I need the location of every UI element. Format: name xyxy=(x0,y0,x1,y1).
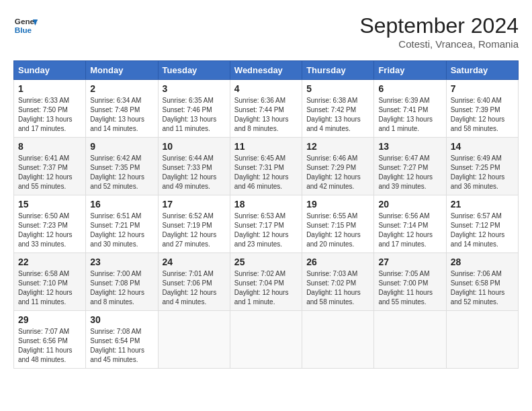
calendar-week-row: 15Sunrise: 6:50 AMSunset: 7:23 PMDayligh… xyxy=(14,195,519,253)
day-number: 15 xyxy=(18,199,81,210)
day-info: Sunrise: 6:56 AMSunset: 7:14 PMDaylight:… xyxy=(378,212,441,249)
day-info: Sunrise: 7:06 AMSunset: 6:58 PMDaylight:… xyxy=(451,269,514,307)
day-info: Sunrise: 6:46 AMSunset: 7:29 PMDaylight:… xyxy=(306,154,369,191)
day-info: Sunrise: 7:01 AMSunset: 7:06 PMDaylight:… xyxy=(163,269,226,307)
header-day: Saturday xyxy=(446,61,518,80)
day-number: 25 xyxy=(234,257,298,267)
day-number: 14 xyxy=(451,141,514,152)
calendar-cell: 1Sunrise: 6:33 AMSunset: 7:50 PMDaylight… xyxy=(14,80,86,138)
day-info: Sunrise: 6:49 AMSunset: 7:25 PMDaylight:… xyxy=(451,154,514,191)
day-number: 12 xyxy=(306,141,369,152)
day-info: Sunrise: 6:50 AMSunset: 7:23 PMDaylight:… xyxy=(18,212,81,249)
logo-icon: General Blue xyxy=(13,13,38,38)
day-number: 30 xyxy=(90,314,153,325)
calendar-cell: 7Sunrise: 6:40 AMSunset: 7:39 PMDaylight… xyxy=(446,80,518,138)
day-info: Sunrise: 6:36 AMSunset: 7:44 PMDaylight:… xyxy=(234,96,298,134)
day-info: Sunrise: 7:03 AMSunset: 7:02 PMDaylight:… xyxy=(306,269,369,307)
header-day: Thursday xyxy=(302,61,374,80)
calendar-week-row: 22Sunrise: 6:58 AMSunset: 7:10 PMDayligh… xyxy=(14,253,519,311)
svg-text:Blue: Blue xyxy=(15,26,32,34)
day-info: Sunrise: 7:05 AMSunset: 7:00 PMDaylight:… xyxy=(378,269,441,307)
calendar-cell: 27Sunrise: 7:05 AMSunset: 7:00 PMDayligh… xyxy=(374,253,446,311)
page-header: General Blue September 2024 Cotesti, Vra… xyxy=(13,13,519,50)
header-day: Monday xyxy=(86,61,158,80)
day-info: Sunrise: 7:08 AMSunset: 6:54 PMDaylight:… xyxy=(90,327,153,365)
calendar-cell: 10Sunrise: 6:44 AMSunset: 7:33 PMDayligh… xyxy=(158,138,230,195)
calendar-cell: 26Sunrise: 7:03 AMSunset: 7:02 PMDayligh… xyxy=(302,253,374,311)
calendar-cell: 28Sunrise: 7:06 AMSunset: 6:58 PMDayligh… xyxy=(446,253,518,311)
calendar-cell xyxy=(374,311,446,369)
header-day: Sunday xyxy=(14,61,86,80)
calendar-cell: 3Sunrise: 6:35 AMSunset: 7:46 PMDaylight… xyxy=(158,80,230,138)
calendar-cell: 15Sunrise: 6:50 AMSunset: 7:23 PMDayligh… xyxy=(14,195,86,253)
calendar-cell: 30Sunrise: 7:08 AMSunset: 6:54 PMDayligh… xyxy=(86,311,158,369)
day-info: Sunrise: 7:00 AMSunset: 7:08 PMDaylight:… xyxy=(90,269,153,307)
day-number: 29 xyxy=(18,314,81,325)
calendar-cell: 13Sunrise: 6:47 AMSunset: 7:27 PMDayligh… xyxy=(374,138,446,195)
calendar-cell: 11Sunrise: 6:45 AMSunset: 7:31 PMDayligh… xyxy=(230,138,302,195)
day-number: 27 xyxy=(378,257,441,267)
header-day: Wednesday xyxy=(230,61,302,80)
day-number: 19 xyxy=(306,199,369,210)
calendar-cell xyxy=(302,311,374,369)
calendar-cell: 17Sunrise: 6:52 AMSunset: 7:19 PMDayligh… xyxy=(158,195,230,253)
calendar-cell: 9Sunrise: 6:42 AMSunset: 7:35 PMDaylight… xyxy=(86,138,158,195)
calendar-cell: 24Sunrise: 7:01 AMSunset: 7:06 PMDayligh… xyxy=(158,253,230,311)
header-day: Tuesday xyxy=(158,61,230,80)
calendar-cell: 16Sunrise: 6:51 AMSunset: 7:21 PMDayligh… xyxy=(86,195,158,253)
title-block: September 2024 Cotesti, Vrancea, Romania xyxy=(359,13,519,50)
day-info: Sunrise: 6:35 AMSunset: 7:46 PMDaylight:… xyxy=(163,96,226,134)
calendar-cell: 22Sunrise: 6:58 AMSunset: 7:10 PMDayligh… xyxy=(14,253,86,311)
day-number: 24 xyxy=(163,257,226,267)
calendar-cell: 21Sunrise: 6:57 AMSunset: 7:12 PMDayligh… xyxy=(446,195,518,253)
day-number: 1 xyxy=(18,83,81,94)
day-number: 3 xyxy=(163,83,226,94)
day-number: 23 xyxy=(90,257,153,267)
calendar-week-row: 8Sunrise: 6:41 AMSunset: 7:37 PMDaylight… xyxy=(14,138,519,195)
calendar-cell: 20Sunrise: 6:56 AMSunset: 7:14 PMDayligh… xyxy=(374,195,446,253)
month-year: September 2024 xyxy=(359,13,519,38)
day-number: 20 xyxy=(378,199,441,210)
header-row: SundayMondayTuesdayWednesdayThursdayFrid… xyxy=(14,61,519,80)
day-info: Sunrise: 6:45 AMSunset: 7:31 PMDaylight:… xyxy=(234,154,298,191)
calendar-week-row: 29Sunrise: 7:07 AMSunset: 6:56 PMDayligh… xyxy=(14,311,519,369)
day-number: 4 xyxy=(234,83,298,94)
day-info: Sunrise: 6:51 AMSunset: 7:21 PMDaylight:… xyxy=(90,212,153,249)
day-info: Sunrise: 6:41 AMSunset: 7:37 PMDaylight:… xyxy=(18,154,81,191)
day-info: Sunrise: 6:38 AMSunset: 7:42 PMDaylight:… xyxy=(306,96,369,134)
day-number: 13 xyxy=(378,141,441,152)
day-number: 5 xyxy=(306,83,369,94)
day-number: 11 xyxy=(234,141,298,152)
calendar-table: SundayMondayTuesdayWednesdayThursdayFrid… xyxy=(13,60,519,369)
calendar-cell: 14Sunrise: 6:49 AMSunset: 7:25 PMDayligh… xyxy=(446,138,518,195)
day-info: Sunrise: 6:42 AMSunset: 7:35 PMDaylight:… xyxy=(90,154,153,191)
day-number: 10 xyxy=(163,141,226,152)
day-info: Sunrise: 6:44 AMSunset: 7:33 PMDaylight:… xyxy=(163,154,226,191)
day-number: 7 xyxy=(451,83,514,94)
day-info: Sunrise: 6:39 AMSunset: 7:41 PMDaylight:… xyxy=(378,96,441,134)
calendar-cell xyxy=(230,311,302,369)
day-number: 17 xyxy=(163,199,226,210)
day-number: 22 xyxy=(18,257,81,267)
calendar-cell xyxy=(158,311,230,369)
day-info: Sunrise: 6:53 AMSunset: 7:17 PMDaylight:… xyxy=(234,212,298,249)
day-info: Sunrise: 6:47 AMSunset: 7:27 PMDaylight:… xyxy=(378,154,441,191)
calendar-cell: 19Sunrise: 6:55 AMSunset: 7:15 PMDayligh… xyxy=(302,195,374,253)
day-info: Sunrise: 6:33 AMSunset: 7:50 PMDaylight:… xyxy=(18,96,81,134)
calendar-cell: 5Sunrise: 6:38 AMSunset: 7:42 PMDaylight… xyxy=(302,80,374,138)
day-number: 9 xyxy=(90,141,153,152)
day-info: Sunrise: 6:52 AMSunset: 7:19 PMDaylight:… xyxy=(163,212,226,249)
day-info: Sunrise: 7:07 AMSunset: 6:56 PMDaylight:… xyxy=(18,327,81,365)
day-info: Sunrise: 6:40 AMSunset: 7:39 PMDaylight:… xyxy=(451,96,514,134)
day-info: Sunrise: 6:58 AMSunset: 7:10 PMDaylight:… xyxy=(18,269,81,307)
calendar-cell: 8Sunrise: 6:41 AMSunset: 7:37 PMDaylight… xyxy=(14,138,86,195)
day-info: Sunrise: 7:02 AMSunset: 7:04 PMDaylight:… xyxy=(234,269,298,307)
calendar-cell: 12Sunrise: 6:46 AMSunset: 7:29 PMDayligh… xyxy=(302,138,374,195)
day-number: 6 xyxy=(378,83,441,94)
day-number: 28 xyxy=(451,257,514,267)
calendar-week-row: 1Sunrise: 6:33 AMSunset: 7:50 PMDaylight… xyxy=(14,80,519,138)
day-number: 21 xyxy=(451,199,514,210)
calendar-cell: 18Sunrise: 6:53 AMSunset: 7:17 PMDayligh… xyxy=(230,195,302,253)
day-number: 18 xyxy=(234,199,298,210)
calendar-cell: 23Sunrise: 7:00 AMSunset: 7:08 PMDayligh… xyxy=(86,253,158,311)
